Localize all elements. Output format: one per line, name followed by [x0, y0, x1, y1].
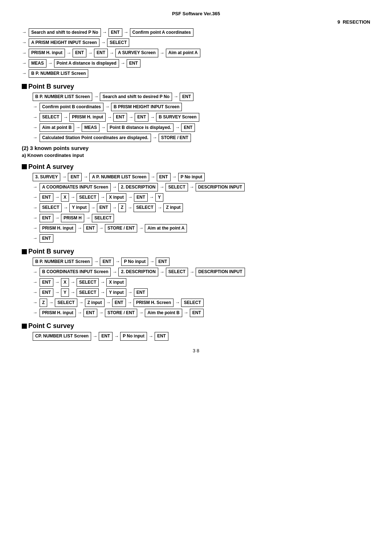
flow-b2-3: → ENT → X → SELECT → X input — [33, 278, 370, 287]
flow-b-1: B P. NUMBER LIST Screen → Search and shi… — [33, 93, 370, 101]
box-aim-point-b2: Aim the point B — [145, 309, 182, 317]
box-select-xa: SELECT — [77, 193, 99, 202]
square-icon-b — [22, 84, 27, 89]
box-confirm-b: Confirm point B coordinates — [40, 103, 103, 111]
page-header: PSF Software Ver.365 — [22, 11, 370, 16]
box-ent-a24: ENT — [134, 193, 148, 202]
flow-a2-4: → SELECT → Y input → ENT → Z → SELECT → … — [33, 203, 370, 212]
box-meas-1: MEAS — [29, 59, 46, 68]
box-x-input-b: X input — [106, 278, 126, 287]
arrow-5: → — [22, 70, 26, 77]
box-store-ent-b2: STORE / ENT — [105, 309, 137, 317]
flow-row-1: → Search and shift to desired P No → ENT… — [22, 28, 370, 37]
flow-b-2: → Confirm point B coordinates → B PRISM … — [33, 103, 370, 111]
box-ent-b28: ENT — [190, 309, 204, 317]
box-y-b: Y — [61, 288, 69, 297]
known-points-heading: (2) 3 known points survey — [22, 145, 370, 151]
box-a-survey-screen: A SURVEY Screen — [115, 49, 158, 57]
flow-row-5: → B P. NUMBER LIST Screen — [22, 69, 370, 78]
flow-row-2: → A PRISM HEIGHT INPUT Screen → SELECT — [22, 39, 370, 47]
box-ent-b26: ENT — [112, 299, 126, 307]
flow-b2-6: → PRISM H. input → ENT → STORE / ENT → A… — [33, 309, 370, 317]
box-search-shift-p: Search and shift to desired P No — [29, 28, 101, 37]
box-b-number-list-3: B P. NUMBER LIST Screen — [33, 258, 92, 266]
flow-b2-4: → ENT → Y → SELECT → Y input → ENT — [33, 288, 370, 297]
flow-b2-2: → B COORDINATES INPUT Screen → 2. DESCRI… — [33, 268, 370, 276]
box-select-prism-a: SELECT — [92, 214, 114, 222]
box-ent-a25: ENT — [97, 203, 111, 212]
box-ent-3: ENT — [94, 49, 108, 57]
square-icon-c — [22, 324, 27, 329]
page-number: 3 8 — [22, 348, 370, 353]
box-b-number-list: B P. NUMBER LIST Screen — [29, 69, 88, 78]
box-calculated-station: Calculated Station Point coordinates are… — [40, 134, 151, 142]
box-prism-h-screen-b: PRISM H. Screen — [134, 299, 174, 307]
box-ent-b2: ENT — [113, 113, 127, 121]
box-cp-number-list: CP. NUMBER LIST Screen — [33, 332, 91, 340]
box-select-a2: SELECT — [166, 183, 188, 191]
point-c-heading: Point C survey — [22, 322, 370, 330]
box-ent-a23: ENT — [40, 193, 53, 202]
box-select-yb: SELECT — [77, 288, 99, 297]
arrow-1: → — [22, 29, 26, 36]
box-3survey: 3. SURVEY — [33, 173, 60, 181]
box-z-a: Z — [118, 203, 126, 212]
box-y-input-b: Y input — [106, 288, 126, 297]
box-p-no-input: P No input — [178, 173, 205, 181]
flow-a2-1: 3. SURVEY → ENT → A P. NUMBER LIST Scree… — [33, 173, 370, 181]
point-b-heading: Point B survey — [22, 83, 370, 90]
box-b-coords-input: B COORDINATES INPUT Screen — [40, 268, 111, 276]
flow-a2-3: → ENT → X → SELECT → X input → ENT → Y — [33, 193, 370, 202]
box-select-xb: SELECT — [77, 278, 99, 287]
box-select-ya: SELECT — [40, 203, 62, 212]
box-select-za: SELECT — [134, 203, 156, 212]
box-select-zb: SELECT — [55, 299, 77, 307]
box-description-input-a: DESCRIPTION INPUT — [196, 183, 245, 191]
box-b-number-list-2: B P. NUMBER LIST Screen — [33, 93, 92, 101]
flow-b2-5: → Z → SELECT → Z input → ENT → PRISM H. … — [33, 299, 370, 307]
point-b2-heading: Point B survey — [22, 248, 370, 255]
box-select-1: SELECT — [107, 39, 129, 47]
box-confirm-a: Confirm point A coordinates — [130, 28, 193, 37]
box-prism-h-a: PRISM H — [61, 214, 84, 222]
flow-a2-7: → ENT — [33, 234, 370, 243]
box-b-prism-height: B PRISM HEIGHT INPUT Screen — [111, 103, 182, 111]
box-meas-b: MEAS — [82, 123, 99, 132]
box-z-input-a: Z input — [163, 203, 183, 212]
box-aim-point-a2: Aim at the point A — [145, 224, 187, 232]
box-x-a: X — [61, 193, 69, 202]
flow-b-3: → SELECT → PRISM H. input → ENT → ENT → … — [33, 113, 370, 121]
flow-a2-6: → PRISM H. input → ENT → STORE / ENT → A… — [33, 224, 370, 232]
arrow-4: → — [22, 60, 26, 67]
box-a-coords-input: A COORDINATES INPUT Screen — [40, 183, 111, 191]
flow-a2-2: → A COORDINATES INPUT Screen → 2. DESCRI… — [33, 183, 370, 191]
arrow-3: → — [22, 49, 26, 57]
box-ent-1: ENT — [109, 28, 122, 37]
box-point-a-distance: Point A distance is displayed — [54, 59, 119, 68]
box-a-number-list: A P. NUMBER LIST Screen — [89, 173, 149, 181]
box-ent-c1: ENT — [99, 332, 113, 340]
box-ent-b1: ENT — [180, 93, 193, 101]
box-z-input-b: Z input — [85, 299, 105, 307]
box-x-b: X — [61, 278, 69, 287]
box-2description: 2. DESCRIPTION — [118, 183, 158, 191]
box-ent-b3: ENT — [135, 113, 148, 121]
box-store-ent-b: STORE / ENT — [159, 134, 191, 142]
square-icon-a2 — [22, 164, 27, 169]
box-select-b3: SELECT — [181, 299, 203, 307]
flow-row-3: → PRISM H. input → ENT → ENT → A SURVEY … — [22, 49, 370, 57]
box-ent-a21: ENT — [68, 173, 82, 181]
box-b-survey-screen: B SURVEY Screen — [156, 113, 199, 121]
box-ent-a28: ENT — [40, 234, 53, 243]
box-ent-a22: ENT — [157, 173, 171, 181]
box-aim-b: Aim at point B — [40, 123, 74, 132]
box-description-input-b: DESCRIPTION INPUT — [196, 268, 245, 276]
flow-b-5: → Calculated Station Point coordinates a… — [33, 134, 370, 142]
box-ent-b4: ENT — [181, 123, 195, 132]
section-label: 9 RESECTION — [22, 19, 370, 25]
box-prism-h-input: PRISM H. input — [29, 49, 65, 57]
known-coords-heading: a) Known coordinates input — [22, 153, 370, 158]
box-2description-b: 2. DESCRIPTION — [118, 268, 158, 276]
box-ent-a27: ENT — [83, 224, 97, 232]
box-select-b: SELECT — [40, 113, 62, 121]
